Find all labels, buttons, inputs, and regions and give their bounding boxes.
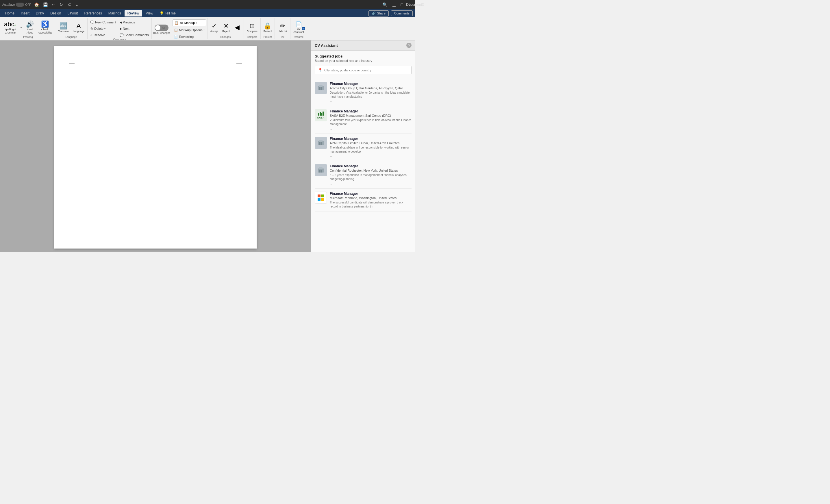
minimize-icon[interactable]: ▁ [392, 2, 396, 7]
track-changes-toggle[interactable]: OFF [155, 25, 168, 31]
reviewing-pane-button[interactable]: 📄 Reviewing [172, 34, 206, 40]
location-input[interactable] [324, 68, 408, 72]
job-expand-1[interactable]: ⌄ [330, 99, 412, 103]
job-expand-4[interactable]: ⌄ [330, 182, 412, 186]
tab-view[interactable]: View [143, 10, 156, 17]
tab-draw[interactable]: Draw [33, 10, 47, 17]
reviewing-icon: 📄 [174, 35, 178, 39]
document-canvas[interactable] [0, 40, 311, 252]
previous-comment-button[interactable]: ◀ Previous [118, 19, 150, 25]
cv-panel-body[interactable]: Suggested jobs Based on your selected ro… [311, 51, 415, 252]
ribbon-tabs: Home Insert Draw Design Layout Reference… [0, 9, 415, 17]
share-icon: 🔗 [372, 11, 376, 15]
cv-icon: 📄in [296, 21, 302, 27]
search-icon[interactable]: 🔍 [381, 2, 388, 7]
list-item[interactable]: Finance Manager Microsoft Redmond, Washi… [315, 189, 412, 212]
next-icon: ▶ [120, 27, 122, 31]
doc-title: Document3 [406, 3, 415, 7]
cv-panel-close-button[interactable]: ✕ [406, 43, 412, 48]
tell-me-icon: 💡 [160, 11, 164, 15]
ink-buttons: ✏ Hide Ink [276, 19, 289, 36]
protect-button[interactable]: 🔒 Protect [262, 19, 274, 36]
restore-icon[interactable]: □ [400, 2, 404, 7]
next-comment-button[interactable]: ▶ Next [118, 26, 150, 32]
new-comment-button[interactable]: 💬 New Comment [89, 19, 118, 25]
spelling-grammar-button[interactable]: abc✓ Spelling &Grammar [2, 19, 18, 36]
comments-button[interactable]: Comments [391, 10, 413, 16]
save-icon[interactable]: 💾 [42, 2, 49, 7]
job-title-1: Finance Manager [330, 82, 412, 86]
show-comments-button[interactable]: 💬 Show Comments [118, 32, 150, 38]
proofing-group: abc✓ Spelling &Grammar ≡ 🔊 ReadAloud ♿ C… [1, 18, 55, 39]
autosave-state: OFF [25, 3, 31, 6]
job-expand-3[interactable]: ⌄ [330, 154, 412, 158]
tab-layout[interactable]: Layout [64, 10, 81, 17]
document-page[interactable] [54, 46, 257, 249]
page-corner-tr [236, 58, 242, 64]
list-item[interactable]: Finance Manager Confidential Rochester, … [315, 161, 412, 189]
svg-rect-5 [319, 140, 322, 141]
tab-tell-me[interactable]: 💡 Tell me [157, 10, 179, 17]
share-button[interactable]: 🔗 Share [369, 10, 388, 17]
autosave-toggle[interactable] [16, 3, 24, 7]
svg-rect-1 [319, 85, 322, 87]
hide-ink-button[interactable]: ✏ Hide Ink [276, 19, 289, 36]
cv-assistant-button[interactable]: 📄in CVAssistant [292, 19, 306, 36]
tab-mailings[interactable]: Mailings [105, 10, 124, 17]
language-group: 🔤 Translate A Language Language [55, 18, 88, 39]
print-icon[interactable]: 🖨 [66, 2, 72, 7]
reject-icon: ✕ [223, 22, 229, 30]
job-logo-1 [315, 82, 327, 94]
language-icon: A [76, 22, 81, 30]
spelling-icon: abc✓ [4, 21, 17, 28]
more-icon[interactable]: ⌄ [74, 2, 79, 7]
job-expand-2[interactable]: ⌄ [330, 127, 412, 131]
comments-group: 💬 New Comment 🗑 Delete ▾ ✓ Resolve ◀ Pre… [88, 18, 152, 39]
accept-button[interactable]: ✓ Accept [209, 19, 220, 36]
resolve-button[interactable]: ✓ Resolve [89, 32, 118, 38]
job-company-3: APM Capital Limited Dubai, United Arab E… [330, 141, 412, 145]
language-button[interactable]: A Language [71, 19, 86, 36]
ink-group: ✏ Hide Ink Ink [275, 18, 290, 39]
list-item[interactable]: SASA Finance Manager SASA B2E Management… [315, 106, 412, 134]
compare-buttons: ⊞ Compare [245, 19, 259, 36]
svg-rect-6 [319, 142, 320, 145]
job-company-1: Aroma City Group Qatar Gardens, Al Rayya… [330, 86, 412, 90]
tracking-group: OFF Track Changes 📋 All Markup ▾ 📋 Mark-… [152, 18, 208, 39]
job-logo-5 [315, 192, 327, 204]
markup-dropdown[interactable]: 📋 All Markup ▾ [172, 19, 206, 26]
markup-options-button[interactable]: 📋 Mark-up Options ▾ [172, 27, 206, 33]
delete-comment-button[interactable]: 🗑 Delete ▾ [89, 26, 118, 32]
accessibility-button[interactable]: ♿ CheckAccessibility [36, 19, 54, 36]
job-title-4: Finance Manager [330, 164, 412, 168]
tab-design[interactable]: Design [47, 10, 64, 17]
translate-button[interactable]: 🔤 Translate [56, 19, 70, 36]
svg-rect-3 [320, 87, 322, 90]
redo-icon[interactable]: ↻ [59, 2, 64, 7]
compare-button[interactable]: ⊞ Compare [245, 19, 259, 36]
compare-group: ⊞ Compare Compare [244, 18, 261, 39]
reject-button[interactable]: ✕ Reject [221, 19, 231, 36]
list-item[interactable]: Finance Manager Aroma City Group Qatar G… [315, 79, 412, 106]
list-item[interactable]: Finance Manager APM Capital Limited Duba… [315, 134, 412, 161]
tab-home[interactable]: Home [2, 10, 17, 17]
track-toggle-btn[interactable]: OFF [155, 25, 168, 31]
hide-ink-icon: ✏ [280, 22, 285, 30]
job-desc-4: 3 – 5 years experience in management of … [330, 173, 412, 181]
read-aloud-icon: 🔊 [26, 21, 34, 28]
tab-insert[interactable]: Insert [18, 10, 32, 17]
prev-icon: ◀ [120, 21, 122, 24]
read-aloud-button[interactable]: 🔊 ReadAloud [24, 19, 36, 36]
autosave-label: AutoSave [2, 3, 15, 6]
editor-icon: ≡ [20, 26, 22, 29]
job-desc-3: The ideal candidate will be responsible … [330, 146, 412, 154]
location-search[interactable]: 📍 [315, 66, 412, 74]
changes-group: ✓ Accept ✕ Reject ◀ Changes [208, 18, 244, 39]
tab-references[interactable]: References [81, 10, 105, 17]
editor-button[interactable]: ≡ [19, 25, 23, 30]
home-icon[interactable]: 🏠 [33, 2, 40, 7]
prev-change-button[interactable]: ◀ [232, 19, 243, 36]
proofing-label: Proofing [23, 36, 33, 38]
tab-review[interactable]: Review [125, 10, 142, 17]
undo-icon[interactable]: ↩ [51, 2, 56, 7]
